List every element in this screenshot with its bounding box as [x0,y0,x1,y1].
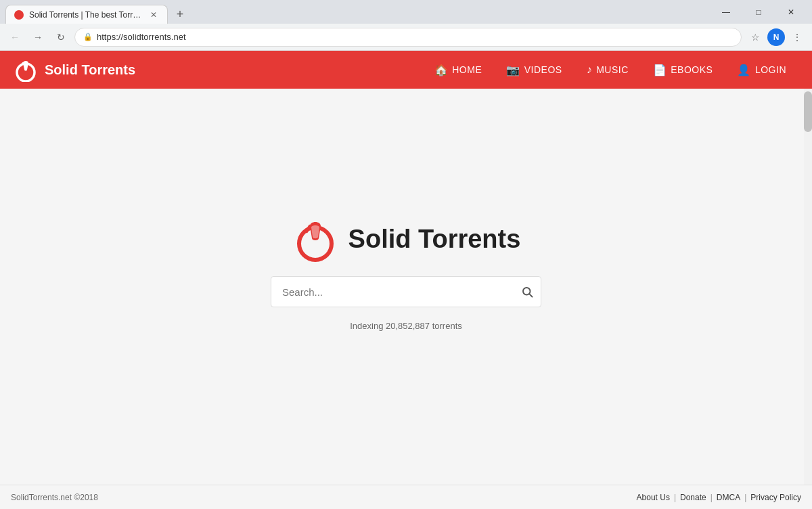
tab-title: Solid Torrents | The best Torrent [29,10,143,20]
hero-title: Solid Torrents [348,225,521,254]
scrollbar-track[interactable] [804,89,812,485]
footer-sep-3: | [744,493,746,502]
url-bar[interactable]: 🔒 https://solidtorrents.net [74,28,742,47]
nav-music-label: MUSIC [596,64,629,75]
search-button[interactable] [521,286,533,298]
footer-links: About Us | Donate | DMCA | Privacy Polic… [637,493,801,502]
nav-home-label: HOME [452,64,482,75]
hero-logo-icon [292,215,339,263]
browser-tab[interactable]: Solid Torrents | The best Torrent ✕ [5,5,168,24]
nav-login[interactable]: 👤 LOGIN [725,51,798,89]
hero-brand: Solid Torrents [292,215,521,263]
footer-link-about[interactable]: About Us [637,493,670,502]
footer-sep-2: | [710,493,713,502]
bookmark-button[interactable]: ☆ [746,28,765,47]
new-tab-button[interactable]: + [171,5,189,24]
music-icon: ♪ [587,64,593,76]
page-content: Solid Torrents 🏠 HOME 📷 VIDEOS ♪ MUSIC 📄 [0,51,812,509]
menu-button[interactable]: ⋮ [788,28,807,47]
profile-button[interactable]: N [767,28,785,46]
forward-button[interactable]: → [28,28,47,47]
site-brand-name: Solid Torrents [45,62,135,78]
site-nav-links: 🏠 HOME 📷 VIDEOS ♪ MUSIC 📄 EBOOKS 👤 [422,51,798,89]
reload-button[interactable]: ↻ [51,28,70,47]
site-logo-icon [14,58,38,82]
site-logo: Solid Torrents [14,58,135,82]
nav-login-label: LOGIN [755,64,786,75]
tab-close-button[interactable]: ✕ [148,9,159,20]
nav-home[interactable]: 🏠 HOME [422,51,495,89]
footer-link-donate[interactable]: Donate [680,493,706,502]
address-right-controls: ☆ N ⋮ [746,28,807,47]
tab-favicon [14,10,24,20]
lock-icon: 🔒 [83,32,93,41]
nav-videos-label: VIDEOS [524,64,562,75]
site-navbar: Solid Torrents 🏠 HOME 📷 VIDEOS ♪ MUSIC 📄 [0,51,812,89]
back-button[interactable]: ← [5,28,24,47]
hero-section: Solid Torrents Indexing 20,852,887 torre… [271,215,541,331]
video-icon: 📷 [506,64,520,76]
nav-music[interactable]: ♪ MUSIC [574,51,641,89]
tab-bar: Solid Torrents | The best Torrent ✕ + [5,0,708,24]
footer-sep-1: | [674,493,676,502]
url-text: https://solidtorrents.net [97,32,733,42]
svg-line-3 [529,294,532,296]
footer-link-dmca[interactable]: DMCA [717,493,740,502]
browser-frame: Solid Torrents | The best Torrent ✕ + — … [0,0,812,509]
footer-copyright: SolidTorrents.net ©2018 [11,493,98,502]
site-footer: SolidTorrents.net ©2018 About Us | Donat… [0,485,812,509]
search-input[interactable] [271,276,541,307]
nav-videos[interactable]: 📷 VIDEOS [494,51,574,89]
indexing-text: Indexing 20,852,887 torrents [350,321,462,331]
footer-link-privacy[interactable]: Privacy Policy [750,493,801,502]
nav-ebooks[interactable]: 📄 EBOOKS [641,51,725,89]
minimize-button[interactable]: — [710,0,742,24]
ebook-icon: 📄 [653,64,667,76]
search-container [271,276,541,307]
main-area: Solid Torrents Indexing 20,852,887 torre… [0,89,812,485]
scrollbar-thumb[interactable] [804,91,812,132]
close-button[interactable]: ✕ [775,0,807,24]
user-icon: 👤 [737,64,751,76]
nav-ebooks-label: EBOOKS [671,64,713,75]
search-icon [521,286,533,298]
address-bar: ← → ↻ 🔒 https://solidtorrents.net ☆ N ⋮ [0,24,812,51]
window-controls: — □ ✕ [710,0,807,24]
maximize-button[interactable]: □ [743,0,774,24]
title-bar: Solid Torrents | The best Torrent ✕ + — … [0,0,812,24]
home-icon: 🏠 [434,64,449,76]
